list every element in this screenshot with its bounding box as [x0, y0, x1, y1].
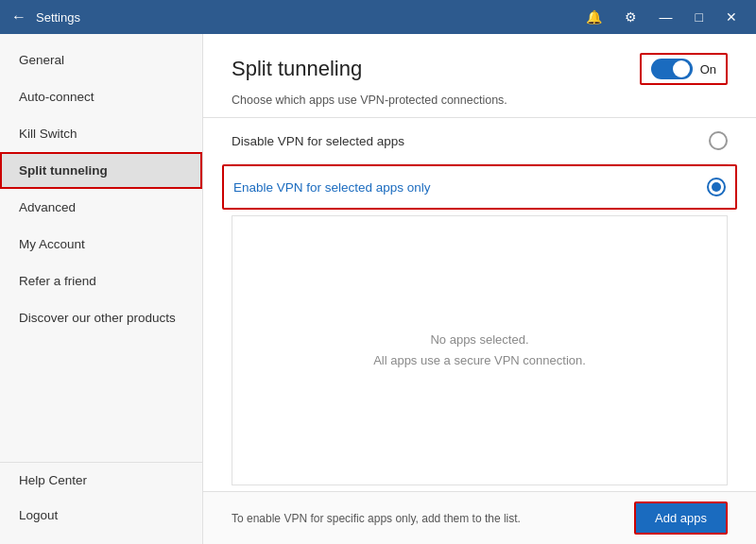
- sidebar-bottom: Help Center Logout: [0, 462, 202, 544]
- sidebar-item-advanced[interactable]: Advanced: [0, 189, 202, 226]
- gear-icon[interactable]: ⚙: [617, 6, 644, 28]
- titlebar-controls: 🔔 ⚙ — □ ✕: [578, 6, 745, 28]
- sidebar-nav: General Auto-connect Kill Switch Split t…: [0, 34, 202, 462]
- radio-fill: [712, 182, 721, 192]
- no-apps-text: No apps selected. All apps use a secure …: [373, 330, 586, 371]
- back-button[interactable]: ←: [11, 8, 26, 26]
- sidebar-item-refer-a-friend[interactable]: Refer a friend: [0, 263, 202, 299]
- footer-text: To enable VPN for specific apps only, ad…: [232, 512, 521, 525]
- disable-vpn-label: Disable VPN for selected apps: [232, 134, 404, 148]
- sidebar-item-logout[interactable]: Logout: [0, 498, 202, 533]
- titlebar: ← Settings 🔔 ⚙ — □ ✕: [0, 0, 756, 34]
- sidebar-item-general[interactable]: General: [0, 42, 202, 78]
- disable-vpn-option[interactable]: Disable VPN for selected apps: [232, 118, 728, 164]
- toggle-label: On: [700, 62, 716, 76]
- content-title-row: Split tunneling On: [232, 53, 728, 85]
- enable-vpn-radio[interactable]: [707, 178, 726, 196]
- close-button[interactable]: ✕: [718, 6, 745, 28]
- main-layout: General Auto-connect Kill Switch Split t…: [0, 34, 756, 544]
- titlebar-title: Settings: [36, 10, 578, 25]
- apps-list-area: No apps selected. All apps use a secure …: [232, 215, 728, 485]
- sidebar-item-auto-connect[interactable]: Auto-connect: [0, 78, 202, 115]
- sidebar-item-discover[interactable]: Discover our other products: [0, 299, 202, 336]
- maximize-button[interactable]: □: [688, 6, 711, 28]
- minimize-button[interactable]: —: [652, 6, 680, 28]
- enable-vpn-label: Enable VPN for selected apps only: [233, 180, 431, 195]
- content-footer: To enable VPN for specific apps only, ad…: [203, 491, 756, 544]
- content-area: Split tunneling On Choose which apps use…: [203, 34, 756, 544]
- bell-icon[interactable]: 🔔: [578, 6, 610, 28]
- split-tunneling-toggle[interactable]: [651, 59, 693, 79]
- sidebar: General Auto-connect Kill Switch Split t…: [0, 34, 203, 544]
- content-body: Disable VPN for selected apps Enable VPN…: [203, 118, 756, 491]
- sidebar-item-split-tunneling[interactable]: Split tunneling: [0, 152, 202, 189]
- enable-vpn-option[interactable]: Enable VPN for selected apps only: [222, 164, 737, 210]
- disable-vpn-radio[interactable]: [709, 131, 728, 150]
- sidebar-item-my-account[interactable]: My Account: [0, 226, 202, 263]
- toggle-container[interactable]: On: [640, 53, 728, 85]
- content-header: Split tunneling On Choose which apps use…: [203, 34, 756, 118]
- page-title: Split tunneling: [232, 57, 362, 81]
- sidebar-item-kill-switch[interactable]: Kill Switch: [0, 115, 202, 152]
- sidebar-item-help-center[interactable]: Help Center: [0, 463, 202, 498]
- add-apps-button[interactable]: Add apps: [634, 502, 728, 535]
- content-subtitle: Choose which apps use VPN-protected conn…: [232, 94, 507, 107]
